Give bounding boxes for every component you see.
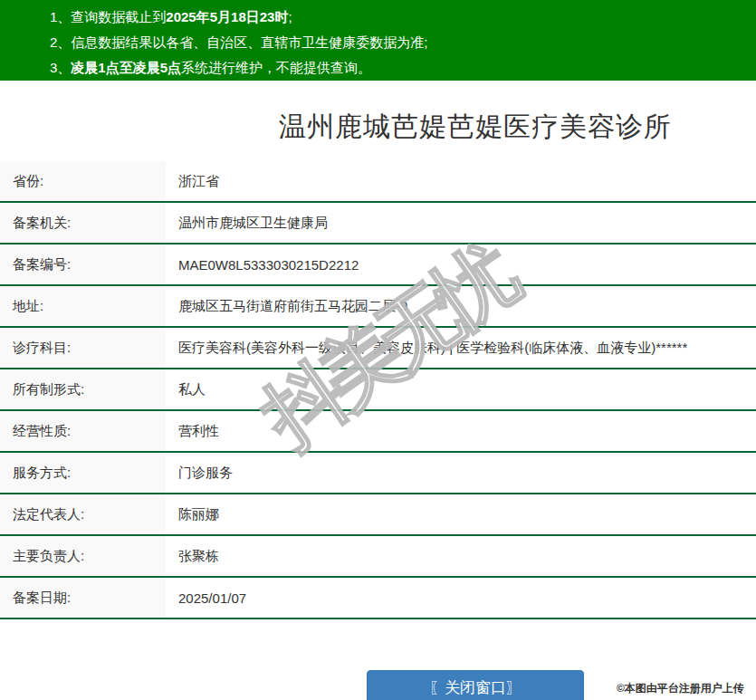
page: 1、查询数据截止到2025年5月18日23时; 2、信息数据结果以各省、自治区、… <box>0 0 756 700</box>
table-row-service-mode: 服务方式: 门诊服务 <box>0 453 756 494</box>
row-label: 诊疗科目: <box>0 328 166 368</box>
table-row-main-person: 主要负责人: 张聚栋 <box>0 536 756 578</box>
copyright-stamp: ©本图由平台注册用户上传 <box>617 681 744 696</box>
table-row-ownership: 所有制形式: 私人 <box>0 369 756 411</box>
table-row-record-date: 备案日期: 2025/01/07 <box>0 578 756 619</box>
row-value: 浙江省 <box>166 161 219 201</box>
row-value: 私人 <box>166 369 206 409</box>
notice-2-text: 2、信息数据结果以各省、自治区、直辖市卫生健康委数据为准; <box>50 34 428 50</box>
table-row-departments: 诊疗科目: 医疗美容科(美容外科一级项目、美容皮肤科) | 医学检验科(临床体液… <box>0 328 756 369</box>
row-value: 温州市鹿城区卫生健康局 <box>166 203 328 243</box>
row-label: 备案日期: <box>0 578 166 618</box>
notice-3-suffix: 系统进行维护，不能提供查询。 <box>181 60 371 75</box>
notice-1-suffix: ; <box>288 9 292 24</box>
row-label: 服务方式: <box>0 453 166 493</box>
row-label: 备案编号: <box>0 245 166 284</box>
table-row-record-number: 备案编号: MAE0W8L5333030215D2212 <box>0 245 756 286</box>
row-label: 主要负责人: <box>0 536 166 576</box>
row-label: 地址: <box>0 286 166 326</box>
row-value: 陈丽娜 <box>166 494 219 534</box>
info-table: 省份: 浙江省 备案机关: 温州市鹿城区卫生健康局 备案编号: MAE0W8L5… <box>0 161 756 619</box>
table-row-authority: 备案机关: 温州市鹿城区卫生健康局 <box>0 203 756 245</box>
row-value: 2025/01/07 <box>166 578 246 618</box>
row-label: 法定代表人: <box>0 494 166 534</box>
notice-1-text: 1、查询数据截止到 <box>50 9 166 24</box>
notice-bar: 1、查询数据截止到2025年5月18日23时; 2、信息数据结果以各省、自治区、… <box>0 0 756 81</box>
row-value: 张聚栋 <box>166 536 219 576</box>
row-value: 医疗美容科(美容外科一级项目、美容皮肤科) | 医学检验科(临床体液、血液专业)… <box>166 328 687 368</box>
row-label: 所有制形式: <box>0 369 166 409</box>
close-window-button[interactable]: 〖关闭窗口〗 <box>367 670 584 700</box>
notice-3-text: 3、 <box>50 60 71 75</box>
notice-line-3: 3、凌晨1点至凌晨5点系统进行维护，不能提供查询。 <box>50 55 756 81</box>
notice-3-bold: 凌晨1点至凌晨5点 <box>71 60 181 75</box>
row-label: 备案机关: <box>0 203 166 243</box>
row-value: 营利性 <box>166 411 219 451</box>
table-row-address: 地址: 鹿城区五马街道府前街五马花园二层-9 <box>0 286 756 328</box>
row-value: MAE0W8L5333030215D2212 <box>166 245 359 284</box>
page-title: 温州鹿城芭媞芭媞医疗美容诊所 <box>0 106 756 148</box>
row-label: 省份: <box>0 161 166 201</box>
table-row-business-nature: 经营性质: 营利性 <box>0 411 756 453</box>
notice-line-1: 1、查询数据截止到2025年5月18日23时; <box>50 5 756 30</box>
table-row-province: 省份: 浙江省 <box>0 161 756 203</box>
row-value: 门诊服务 <box>166 453 233 493</box>
row-value: 鹿城区五马街道府前街五马花园二层-9 <box>166 286 407 326</box>
notice-1-bold: 2025年5月18日23时 <box>166 9 288 24</box>
row-label: 经营性质: <box>0 411 166 451</box>
table-row-legal-rep: 法定代表人: 陈丽娜 <box>0 494 756 536</box>
notice-line-2: 2、信息数据结果以各省、自治区、直辖市卫生健康委数据为准; <box>50 30 756 55</box>
